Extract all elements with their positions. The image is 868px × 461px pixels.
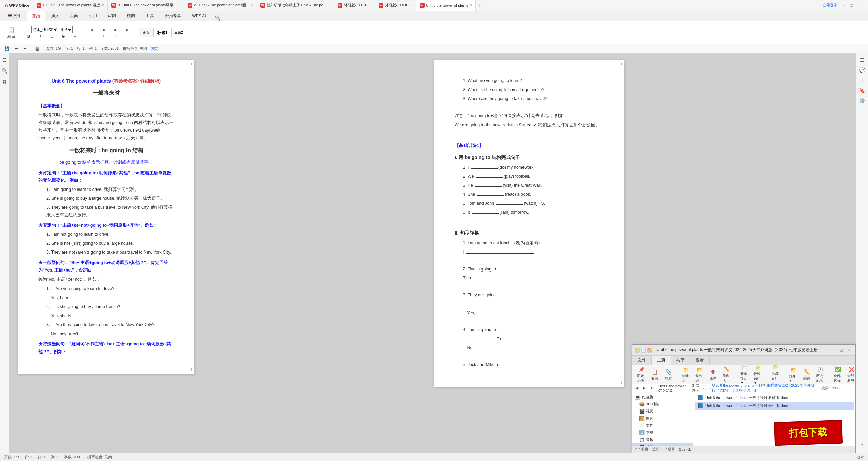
- fm-tab-share[interactable]: 共享: [671, 356, 690, 365]
- thumbnail-button[interactable]: ▦: [1, 78, 9, 86]
- fm-tree-computer[interactable]: 💻 此电脑: [632, 394, 693, 401]
- add-tab-button[interactable]: +: [476, 1, 484, 9]
- line-spacing-button[interactable]: ↕: [98, 33, 109, 38]
- maximize-button[interactable]: □: [848, 2, 855, 9]
- tab-2-close[interactable]: ×: [178, 3, 180, 7]
- fm-copy2-button[interactable]: 📂 复制到: [693, 365, 706, 384]
- tab-7-close[interactable]: ×: [470, 3, 472, 7]
- underline-button[interactable]: U: [46, 34, 57, 39]
- tab-2[interactable]: W 20.Unit 6 The power of plants展示... ×: [108, 0, 184, 11]
- help-button[interactable]: ?: [858, 442, 866, 450]
- download-banner[interactable]: 打包下载: [774, 420, 843, 446]
- tab-4[interactable]: W 新外研版七年级上册 Unit 6 The po... ×: [257, 0, 334, 11]
- tab-6-close[interactable]: ×: [411, 3, 413, 7]
- fm-tab-home[interactable]: 主页: [652, 356, 671, 365]
- fm-history-button[interactable]: 🕐 历史记录: [814, 365, 826, 384]
- fm-move-button[interactable]: 📁 移动到: [680, 365, 692, 384]
- fm-file-1[interactable]: 📘 Unit 6 the power of plants 一般将来时-教师版.d…: [695, 394, 854, 402]
- fm-tree-downloads[interactable]: ⬇️ 下载: [632, 429, 693, 436]
- fm-delete-button[interactable]: 🗑 删除: [707, 368, 719, 381]
- align-right-button[interactable]: ≡: [110, 27, 121, 32]
- translate-button[interactable]: T: [858, 76, 866, 84]
- tab-7[interactable]: W Unit 6 the power of plants ×: [416, 0, 476, 11]
- fm-select-all-button[interactable]: ✅ 全部选择: [832, 365, 844, 384]
- strikethrough-button[interactable]: S: [58, 34, 69, 39]
- font-family-select[interactable]: 仿宋_GB2312: [31, 26, 58, 33]
- fm-tab-view[interactable]: 查看: [690, 356, 710, 365]
- fm-easy-access-button[interactable]: ⭐ 轻松访问▼: [752, 363, 764, 385]
- tab-6[interactable]: W 外研版-2.DOC ×: [375, 0, 416, 11]
- bold-button[interactable]: B: [23, 34, 34, 39]
- fm-open-button[interactable]: 📂 打开▼: [787, 366, 799, 383]
- print-button[interactable]: 🖨️: [33, 46, 42, 52]
- redo-button[interactable]: ↪: [21, 46, 28, 52]
- fm-tree-desktop[interactable]: 🖥️ 桌面: [632, 443, 693, 446]
- align-justify-button[interactable]: ≡: [121, 27, 132, 32]
- user-login-button[interactable]: 立即登录: [823, 3, 837, 8]
- style-heading2[interactable]: 标题2: [171, 28, 186, 37]
- fm-file-2[interactable]: 📘 Unit 6 the power of plants 一般将来时-学生版.d…: [695, 402, 854, 410]
- save-button[interactable]: 💾: [3, 46, 12, 52]
- proof-button[interactable]: 校对: [151, 46, 159, 51]
- doc-left-panel[interactable]: ⠿ Unit 6 The power of plants (有参考答案+详细解析…: [9, 53, 203, 453]
- fm-tree-video[interactable]: 🎬 视频: [632, 408, 693, 415]
- ribbon-tab-file[interactable]: ☰ 文件: [3, 11, 26, 21]
- toc-button[interactable]: ☰: [858, 56, 866, 64]
- fm-tree-music[interactable]: 🎵 音乐: [632, 436, 693, 443]
- style-normal[interactable]: 正文: [139, 28, 154, 37]
- fm-up-button[interactable]: ▲: [649, 386, 655, 390]
- fm-close-btn[interactable]: ×: [846, 347, 853, 354]
- tab-1[interactable]: W 19.Unit 6 The power of plants(运运 ×: [33, 0, 108, 11]
- tab-3-close[interactable]: ×: [251, 3, 253, 7]
- fm-paste-button[interactable]: 📎 粘贴: [662, 368, 674, 381]
- italic-button[interactable]: I: [35, 34, 46, 39]
- fm-forward-button[interactable]: ▶: [642, 386, 647, 390]
- paste-button[interactable]: 📋 粘贴: [5, 26, 17, 40]
- ribbon-search[interactable]: 🔍: [215, 15, 220, 21]
- bookmark-button[interactable]: 🔖: [858, 86, 866, 95]
- para-handle[interactable]: ⠿: [19, 76, 22, 82]
- ribbon-tab-tools[interactable]: 工具: [141, 11, 159, 21]
- fm-copy-button[interactable]: 📋 复制: [649, 368, 661, 381]
- fm-new-item-button[interactable]: 📄 新建项目▼: [738, 363, 750, 385]
- fm-deselect-button[interactable]: ❌ 全部取消: [845, 365, 856, 384]
- tab-4-close[interactable]: ×: [329, 3, 331, 7]
- fm-path-display[interactable]: Unit 6 the power of plants › 3-试卷 › › 2 …: [657, 385, 817, 391]
- fm-edit-button[interactable]: ✏️ 编辑: [801, 368, 813, 381]
- ribbon-tab-review[interactable]: 审阅: [103, 11, 121, 21]
- fm-pin-button[interactable]: 📌 固定到快: [635, 365, 647, 384]
- tab-5-close[interactable]: ×: [370, 3, 372, 7]
- minimize-button[interactable]: －: [840, 2, 847, 9]
- ribbon-tab-vip[interactable]: 会员专享: [160, 11, 186, 21]
- undo-button[interactable]: ↩: [13, 46, 20, 52]
- fm-search-input[interactable]: [820, 385, 853, 391]
- fm-tree-pictures[interactable]: 🖼️ 图片: [632, 415, 693, 422]
- fm-tree-3d[interactable]: 📦 3D 对象: [632, 401, 693, 408]
- tab-3[interactable]: W 21.Unit 6 The power of plants测... ×: [184, 0, 257, 11]
- fm-tree-docs[interactable]: 📄 文档: [632, 422, 693, 429]
- fm-back-button[interactable]: ◀: [634, 386, 639, 390]
- fm-tab-file[interactable]: 文件: [632, 356, 652, 365]
- indent-button[interactable]: →|: [110, 33, 121, 38]
- tab-5[interactable]: W 外研版-1.DOC ×: [334, 0, 375, 11]
- fm-maximize-btn[interactable]: □: [838, 347, 845, 354]
- ribbon-tab-insert[interactable]: 插入: [46, 11, 64, 21]
- settings-button[interactable]: ⚙️: [858, 97, 866, 105]
- ribbon-tab-ai[interactable]: WPS AI: [187, 11, 211, 21]
- align-left-button[interactable]: ≡: [87, 27, 98, 32]
- ribbon-tab-ref[interactable]: 引用: [84, 11, 102, 21]
- color-button[interactable]: A: [70, 34, 80, 39]
- ribbon-tab-view[interactable]: 视图: [122, 11, 140, 21]
- ribbon-tab-page[interactable]: 页面: [65, 11, 83, 21]
- style-heading1[interactable]: 标题1: [155, 28, 170, 37]
- find-button[interactable]: 🔍: [1, 67, 9, 75]
- nav-pane-button[interactable]: ☰: [1, 56, 9, 64]
- fm-rename-button[interactable]: ✏️ 重命名: [721, 365, 733, 384]
- fm-minimize-btn[interactable]: －: [830, 347, 836, 354]
- close-button[interactable]: ×: [856, 2, 863, 9]
- ribbon-tab-home[interactable]: 开始: [27, 11, 45, 21]
- comment-button[interactable]: 💬: [858, 66, 866, 74]
- font-size-select[interactable]: 小四: [59, 26, 73, 33]
- align-center-button[interactable]: ≡: [98, 27, 109, 32]
- tab-1-close[interactable]: ×: [102, 3, 104, 7]
